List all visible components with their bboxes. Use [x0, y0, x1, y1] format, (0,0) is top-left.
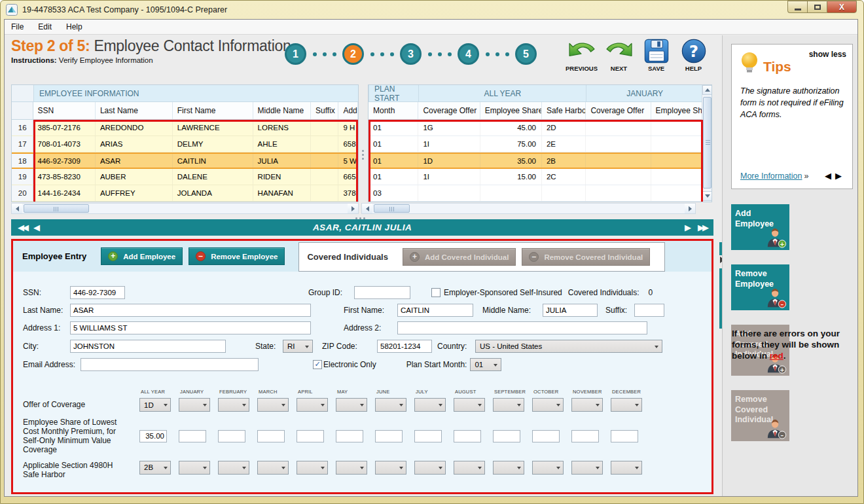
- first-name-input[interactable]: CAITLIN: [397, 304, 473, 317]
- remove-employee-button[interactable]: Remove Employee–: [731, 264, 789, 310]
- safe-harbor-select-june[interactable]: [375, 461, 406, 475]
- employee-share-input-february[interactable]: [218, 430, 245, 442]
- maximize-button[interactable]: [807, 1, 827, 13]
- remove-covered-individual-button[interactable]: Remove Covered Individual–: [731, 390, 789, 441]
- plan-row-2[interactable]: 011I75.002E: [369, 136, 703, 153]
- offer-of-coverage-select-all-year[interactable]: 1D: [139, 398, 171, 412]
- safe-harbor-select-january[interactable]: [179, 461, 210, 475]
- employee-row-19[interactable]: 19473-85-8230AUBERDALENERIDEN665: [12, 169, 358, 185]
- tips-next-icon[interactable]: ▶: [835, 171, 846, 181]
- step-circle-1[interactable]: 1: [285, 43, 306, 65]
- safe-harbor-select-december[interactable]: [611, 461, 642, 475]
- scroll-thumb[interactable]: [24, 204, 89, 213]
- menu-help[interactable]: Help: [66, 22, 82, 31]
- next-button[interactable]: NEXT: [600, 38, 638, 72]
- suffix-input[interactable]: [634, 304, 664, 317]
- column-header-safe-harbor[interactable]: Safe Harbor: [542, 102, 586, 119]
- column-header-employee-sha[interactable]: Employee Sha: [651, 102, 703, 119]
- employee-share-input-april[interactable]: [297, 430, 324, 442]
- offer-of-coverage-select-november[interactable]: [571, 398, 603, 412]
- employee-row-20[interactable]: 20144-16-2434AUFFREYJOLANDAHANAFAN378: [12, 185, 358, 202]
- employee-row-17[interactable]: 17708-01-4073ARIASDELMYAHLE658: [12, 136, 358, 153]
- employee-share-input-october[interactable]: [532, 430, 560, 442]
- step-circle-3[interactable]: 3: [400, 43, 422, 65]
- add-employee-button[interactable]: Add Employee+: [731, 204, 789, 250]
- employee-share-input-all-year[interactable]: 35.00: [139, 430, 167, 442]
- employee-share-input-may[interactable]: [336, 430, 363, 442]
- show-less-link[interactable]: show less: [809, 50, 846, 59]
- plan-start-month-select[interactable]: 01: [470, 358, 501, 371]
- offer-of-coverage-select-january[interactable]: [179, 398, 210, 412]
- last-name-input[interactable]: ASAR: [70, 304, 311, 317]
- employee-row-16[interactable]: 16385-07-2176AREDONDOLAWRENCELORENS9 H: [12, 120, 358, 136]
- offer-of-coverage-select-may[interactable]: [336, 398, 367, 412]
- column-header-coverage-offer[interactable]: Coverage Offer: [586, 102, 651, 119]
- safe-harbor-select-august[interactable]: [454, 461, 485, 475]
- grid-splitter-handle[interactable]: [362, 150, 364, 160]
- plan-row-4[interactable]: 011I15.002C: [369, 169, 703, 185]
- scroll-up-button[interactable]: [702, 85, 712, 95]
- offer-of-coverage-select-april[interactable]: [297, 398, 328, 412]
- first-record-button[interactable]: ◀◀: [18, 223, 27, 232]
- step-circle-2[interactable]: 2: [342, 43, 364, 65]
- tips-previous-icon[interactable]: ◀: [825, 171, 835, 181]
- scroll-right-button[interactable]: [348, 204, 358, 213]
- offer-of-coverage-select-february[interactable]: [218, 398, 249, 412]
- country-select[interactable]: US - United States: [475, 340, 662, 353]
- safe-harbor-select-september[interactable]: [493, 461, 524, 475]
- menu-edit[interactable]: Edit: [38, 22, 52, 31]
- menu-file[interactable]: File: [11, 22, 24, 31]
- column-header-last-name[interactable]: Last Name: [96, 102, 173, 119]
- employee-grid-horizontal-scrollbar[interactable]: [11, 203, 359, 214]
- scroll-right-button[interactable]: [685, 204, 695, 213]
- column-header-middle-name[interactable]: Middle Name: [253, 102, 311, 119]
- group-id-input[interactable]: [354, 286, 410, 299]
- column-header-coverage-offer[interactable]: Coverage Offer: [418, 102, 480, 119]
- tab-employee-entry[interactable]: Employee Entry: [22, 251, 86, 261]
- offer-of-coverage-select-september[interactable]: [493, 398, 524, 412]
- employee-share-input-september[interactable]: [493, 430, 520, 442]
- employee-share-input-march[interactable]: [257, 430, 285, 442]
- employee-share-input-november[interactable]: [571, 430, 599, 442]
- minimize-button[interactable]: [787, 1, 807, 13]
- tab-covered-individuals[interactable]: Covered Individuals + Add Covered Indivi…: [298, 242, 665, 272]
- safe-harbor-select-may[interactable]: [336, 461, 367, 475]
- safe-harbor-select-november[interactable]: [571, 461, 603, 475]
- city-input[interactable]: JOHNSTON: [70, 340, 226, 353]
- remove-covered-individual-button[interactable]: – Remove Covered Individual: [522, 248, 650, 266]
- plan-grid-vertical-scrollbar[interactable]: [702, 85, 711, 202]
- more-information-link[interactable]: More Information: [740, 171, 802, 181]
- scroll-thumb[interactable]: [374, 204, 410, 213]
- safe-harbor-select-march[interactable]: [257, 461, 289, 475]
- offer-of-coverage-select-december[interactable]: [611, 398, 642, 412]
- column-header-suffix[interactable]: Suffix: [311, 102, 338, 119]
- step-circle-5[interactable]: 5: [515, 43, 537, 65]
- add-covered-individual-button[interactable]: + Add Covered Individual: [403, 248, 516, 266]
- title-bar[interactable]: 19-4478533 ACA Test Company - 1095/1094-…: [1, 1, 863, 19]
- offer-of-coverage-select-july[interactable]: [414, 398, 446, 412]
- offer-of-coverage-select-october[interactable]: [532, 398, 564, 412]
- scroll-left-button[interactable]: [12, 204, 22, 213]
- plan-grid-horizontal-scrollbar[interactable]: [361, 203, 696, 214]
- safe-harbor-select-all-year[interactable]: 2B: [139, 461, 171, 475]
- plan-row-5[interactable]: 03: [369, 185, 703, 202]
- scroll-left-button[interactable]: [362, 204, 372, 213]
- email-input[interactable]: [81, 358, 259, 371]
- remove-employee-button[interactable]: – Remove Employee: [189, 247, 285, 265]
- address2-input[interactable]: [397, 321, 647, 334]
- column-header-add[interactable]: Add: [338, 102, 358, 119]
- scroll-thumb[interactable]: [703, 97, 711, 189]
- middle-name-input[interactable]: JULIA: [543, 304, 598, 317]
- column-header-first-name[interactable]: First Name: [173, 102, 253, 119]
- next-record-button[interactable]: ▶: [685, 223, 691, 232]
- employer-sponsored-self-insured-checkbox[interactable]: [431, 288, 441, 297]
- help-button[interactable]: ?HELP: [675, 38, 712, 72]
- plan-row-3[interactable]: 011D35.002B: [369, 153, 703, 169]
- add-employee-button[interactable]: + Add Employee: [101, 247, 183, 265]
- close-button[interactable]: X: [827, 1, 857, 13]
- employee-share-input-june[interactable]: [375, 430, 403, 442]
- address1-input[interactable]: 5 WILLIAMS ST: [70, 321, 311, 334]
- zip-input[interactable]: 58201-1234: [377, 340, 432, 353]
- last-record-button[interactable]: ▶▶: [698, 223, 707, 232]
- safe-harbor-select-october[interactable]: [532, 461, 564, 475]
